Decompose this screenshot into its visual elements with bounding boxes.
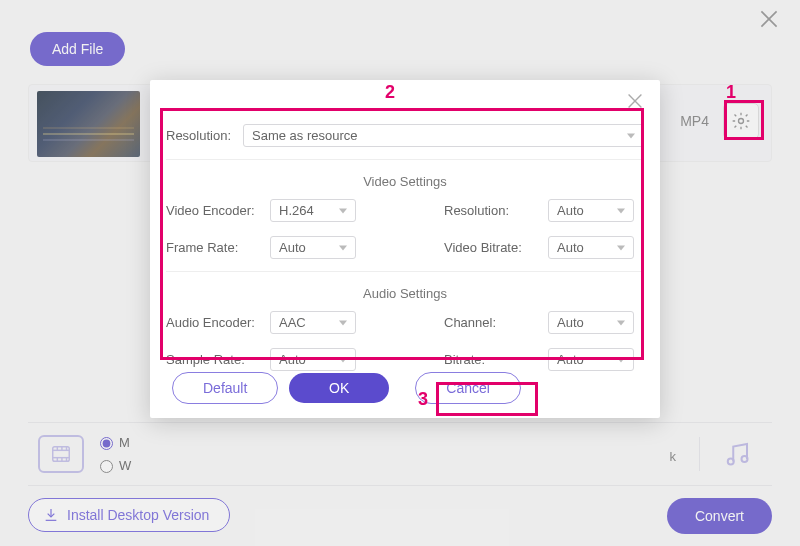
music-icon[interactable] bbox=[722, 439, 752, 473]
video-resolution-select[interactable]: Auto bbox=[548, 199, 634, 222]
video-settings-title: Video Settings bbox=[166, 174, 644, 189]
audio-bitrate-value: Auto bbox=[557, 352, 584, 367]
channel-label: Channel: bbox=[444, 315, 548, 330]
install-desktop-button[interactable]: Install Desktop Version bbox=[28, 498, 230, 532]
video-thumbnail[interactable] bbox=[37, 91, 140, 157]
frame-rate-label: Frame Rate: bbox=[166, 240, 270, 255]
video-bitrate-label: Video Bitrate: bbox=[444, 240, 548, 255]
download-icon bbox=[43, 507, 59, 526]
modal-close-button[interactable] bbox=[624, 90, 646, 112]
radio-m-label: M bbox=[119, 435, 130, 450]
install-label: Install Desktop Version bbox=[67, 507, 209, 523]
film-icon bbox=[38, 435, 84, 473]
audio-bitrate-label: Bitrate: bbox=[444, 352, 548, 367]
resolution-select[interactable]: Same as resource bbox=[243, 124, 644, 147]
gear-icon bbox=[731, 111, 751, 131]
k-text: k bbox=[670, 449, 677, 464]
default-button[interactable]: Default bbox=[172, 372, 278, 404]
radio-option-m[interactable]: M bbox=[100, 435, 131, 450]
settings-modal: Resolution: Same as resource Video Setti… bbox=[150, 80, 660, 418]
svg-point-13 bbox=[742, 456, 748, 462]
video-resolution-value: Auto bbox=[557, 203, 584, 218]
sample-rate-value: Auto bbox=[279, 352, 306, 367]
audio-encoder-value: AAC bbox=[279, 315, 306, 330]
video-encoder-label: Video Encoder: bbox=[166, 203, 270, 218]
radio-option-w[interactable]: W bbox=[100, 458, 131, 473]
video-bitrate-select[interactable]: Auto bbox=[548, 236, 634, 259]
cancel-button[interactable]: Cancel bbox=[415, 372, 521, 404]
channel-select[interactable]: Auto bbox=[548, 311, 634, 334]
sample-rate-select[interactable]: Auto bbox=[270, 348, 356, 371]
audio-bitrate-select[interactable]: Auto bbox=[548, 348, 634, 371]
radio-w-label: W bbox=[119, 458, 131, 473]
video-resolution-label: Resolution: bbox=[444, 203, 548, 218]
video-encoder-value: H.264 bbox=[279, 203, 314, 218]
ok-button[interactable]: OK bbox=[289, 373, 389, 403]
video-bitrate-value: Auto bbox=[557, 240, 584, 255]
audio-settings-title: Audio Settings bbox=[166, 286, 644, 301]
svg-point-2 bbox=[739, 119, 744, 124]
channel-value: Auto bbox=[557, 315, 584, 330]
audio-encoder-select[interactable]: AAC bbox=[270, 311, 356, 334]
format-label: MP4 bbox=[680, 113, 709, 129]
output-bar: M W k bbox=[28, 422, 772, 486]
resolution-label: Resolution: bbox=[166, 128, 231, 143]
svg-point-12 bbox=[728, 459, 734, 465]
app-close-icon[interactable] bbox=[756, 6, 782, 32]
resolution-value: Same as resource bbox=[252, 128, 358, 143]
video-encoder-select[interactable]: H.264 bbox=[270, 199, 356, 222]
modal-body: Resolution: Same as resource Video Setti… bbox=[166, 124, 644, 362]
frame-rate-select[interactable]: Auto bbox=[270, 236, 356, 259]
frame-rate-value: Auto bbox=[279, 240, 306, 255]
convert-button[interactable]: Convert bbox=[667, 498, 772, 534]
sample-rate-label: Sample Rate: bbox=[166, 352, 270, 367]
add-file-button[interactable]: Add File bbox=[30, 32, 125, 66]
settings-button[interactable] bbox=[723, 103, 759, 139]
audio-encoder-label: Audio Encoder: bbox=[166, 315, 270, 330]
divider bbox=[699, 437, 700, 471]
